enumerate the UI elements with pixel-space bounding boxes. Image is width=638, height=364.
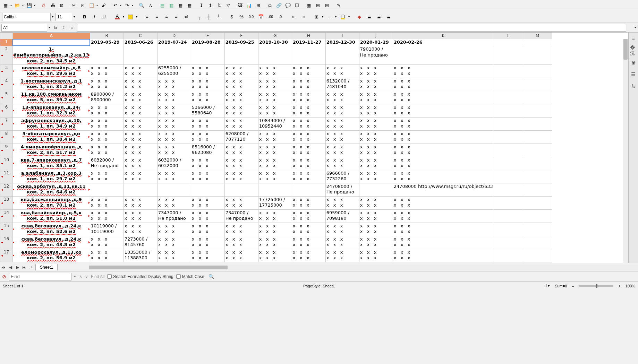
- cell-H13[interactable]: x x x x x x: [292, 196, 325, 209]
- cell-J14[interactable]: x x x x x x: [359, 209, 393, 223]
- cell-G16[interactable]: x x x x x x: [258, 236, 292, 249]
- undo-drop[interactable]: ▾: [119, 4, 122, 7]
- row-header-15[interactable]: ◄15: [0, 223, 13, 236]
- col-header-H[interactable]: H: [292, 33, 325, 39]
- pivot-icon[interactable]: ⊞: [254, 1, 262, 10]
- cell-G5[interactable]: x x x x x x: [258, 91, 292, 104]
- cell-A13[interactable]: ква,басманныйпер.,д.9 ком. 2, пл. 70.1 м…: [13, 196, 90, 209]
- cell-empty[interactable]: [523, 91, 552, 104]
- cell-empty[interactable]: [494, 170, 523, 183]
- cell-B1[interactable]: 2019-05-29: [90, 39, 124, 46]
- align-justify-icon[interactable]: ≡: [172, 13, 180, 21]
- font-name-drop[interactable]: ▾: [51, 15, 54, 18]
- cell-A15[interactable]: сква,беговаяул.,д.24,к ком. 2, пл. 52.6 …: [13, 223, 90, 236]
- col-header-L[interactable]: L: [494, 33, 523, 39]
- cell-A6[interactable]: 13-япарковаяул.,д.24/ ком. 1, пл. 32.3 м…: [13, 104, 90, 117]
- save-icon[interactable]: 💾: [25, 1, 33, 10]
- cell-G12[interactable]: [258, 183, 292, 196]
- cell-F3[interactable]: x x x x x x: [224, 64, 258, 78]
- find-prev-icon[interactable]: ∧: [79, 274, 82, 279]
- indent-dec-icon[interactable]: ⇤: [289, 13, 298, 21]
- cell-empty[interactable]: [523, 157, 552, 170]
- cell-E2[interactable]: [191, 46, 224, 64]
- cell-J4[interactable]: x x x x x x: [359, 78, 393, 91]
- comment-icon[interactable]: 💬: [284, 1, 292, 10]
- cell-empty[interactable]: [494, 209, 523, 223]
- zoom-out-icon[interactable]: –: [572, 284, 574, 288]
- cell-A7[interactable]: афрунзенскаяул.,д.10, ком. 1, пл. 34.9 м…: [13, 117, 90, 130]
- cell-empty[interactable]: [523, 130, 552, 144]
- cell-E11[interactable]: x x x x x x: [191, 170, 224, 183]
- cell-empty[interactable]: [523, 104, 552, 117]
- cell-C14[interactable]: x x x x x x: [124, 209, 157, 223]
- cell-A12[interactable]: осква,арбатул.,д.31,кв.11 ком. 2, пл. 64…: [13, 183, 90, 196]
- row-header-6[interactable]: ◄6: [0, 104, 13, 117]
- cond-format3-icon[interactable]: ≣: [375, 13, 383, 21]
- cell-C4[interactable]: x x x x x x: [124, 78, 157, 91]
- align-left-icon[interactable]: ≡: [143, 13, 151, 21]
- freeze-icon[interactable]: ▦: [305, 1, 313, 10]
- sidebar-functions-icon[interactable]: fx: [630, 83, 637, 89]
- cell-H6[interactable]: x x x x x x: [292, 104, 325, 117]
- cell-H4[interactable]: x x x x x x: [292, 78, 325, 91]
- row-header-13[interactable]: ◄13: [0, 196, 13, 209]
- cell-E7[interactable]: x x x x x x: [191, 117, 224, 130]
- font-size-drop[interactable]: ▾: [73, 15, 76, 18]
- format-paint-icon[interactable]: 🖌: [99, 1, 108, 10]
- cell-empty[interactable]: [523, 144, 552, 157]
- cell-empty[interactable]: [494, 130, 523, 144]
- cell-E9[interactable]: 8516000 / 9623080: [191, 144, 224, 157]
- cell-D11[interactable]: x x x x x x: [157, 170, 191, 183]
- border-color-drop[interactable]: ▾: [348, 15, 350, 18]
- cell-F15[interactable]: x x x x x x: [224, 223, 258, 236]
- cell-D9[interactable]: x x x x x x: [157, 144, 191, 157]
- cell-F4[interactable]: x x x x x x: [224, 78, 258, 91]
- cell-A10[interactable]: ква,7-япарковаяул.,д.7 ком. 1, пл. 35.1 …: [13, 157, 90, 170]
- dec-inc-icon[interactable]: .00: [266, 13, 275, 21]
- col-header-F[interactable]: F: [224, 33, 258, 39]
- cell-G2[interactable]: [258, 46, 292, 64]
- highlight-icon[interactable]: [126, 13, 135, 21]
- cell-C7[interactable]: x x x x x x: [124, 117, 157, 130]
- cell-empty[interactable]: [523, 78, 552, 91]
- zoom-in-icon[interactable]: +: [618, 284, 620, 288]
- cell-G15[interactable]: x x x x x x: [258, 223, 292, 236]
- cell-D10[interactable]: 6032000 / 6032000: [157, 157, 191, 170]
- cell-empty[interactable]: [523, 39, 552, 46]
- grid2-icon[interactable]: ▦: [185, 1, 194, 10]
- cell-G10[interactable]: x x x x x x: [258, 157, 292, 170]
- borders-icon[interactable]: ⊞: [312, 13, 321, 21]
- preview-icon[interactable]: 🗎: [58, 1, 66, 10]
- cell-B12[interactable]: [90, 183, 124, 196]
- cell-empty[interactable]: [494, 104, 523, 117]
- cell-A1[interactable]: [13, 39, 90, 46]
- cell-C2[interactable]: [124, 46, 157, 64]
- cell-empty[interactable]: [494, 223, 523, 236]
- cell-empty[interactable]: [523, 236, 552, 249]
- cell-F2[interactable]: [224, 46, 258, 64]
- cell-B10[interactable]: 6032000 / Не продано: [90, 157, 124, 170]
- cell-C13[interactable]: x x x x x x: [124, 196, 157, 209]
- cell-C8[interactable]: x x x x x x: [124, 130, 157, 144]
- find-matchcase-checkbox[interactable]: Match Case: [176, 274, 204, 279]
- redo-drop[interactable]: ▾: [131, 4, 134, 7]
- valign-top-icon[interactable]: ┬: [195, 13, 203, 21]
- cell-H8[interactable]: x x x x x x: [292, 130, 325, 144]
- indent-inc-icon[interactable]: ⇥: [299, 13, 307, 21]
- dec-dec-icon[interactable]: .0: [276, 13, 284, 21]
- tab-prev-icon[interactable]: ◀: [7, 265, 14, 270]
- sidebar-gallery-icon[interactable]: ◉: [630, 59, 637, 66]
- cell-D12[interactable]: [157, 183, 191, 196]
- cell-E8[interactable]: x x x x x x: [191, 130, 224, 144]
- find-input[interactable]: [9, 273, 71, 280]
- valign-bot-icon[interactable]: ┴: [214, 13, 223, 21]
- cell-E15[interactable]: x x x x x x: [191, 223, 224, 236]
- cell-B16[interactable]: x x x x x x: [90, 236, 124, 249]
- col-header-B[interactable]: B: [90, 33, 124, 39]
- formula-expand-icon[interactable]: ▾: [634, 26, 637, 29]
- filter-icon[interactable]: ▽: [224, 1, 232, 10]
- open-icon[interactable]: 📂: [13, 1, 22, 10]
- cell-B6[interactable]: x x x x x x: [90, 104, 124, 117]
- col-header-A[interactable]: A: [13, 33, 90, 39]
- cell-E1[interactable]: 2019-08-28: [191, 39, 224, 46]
